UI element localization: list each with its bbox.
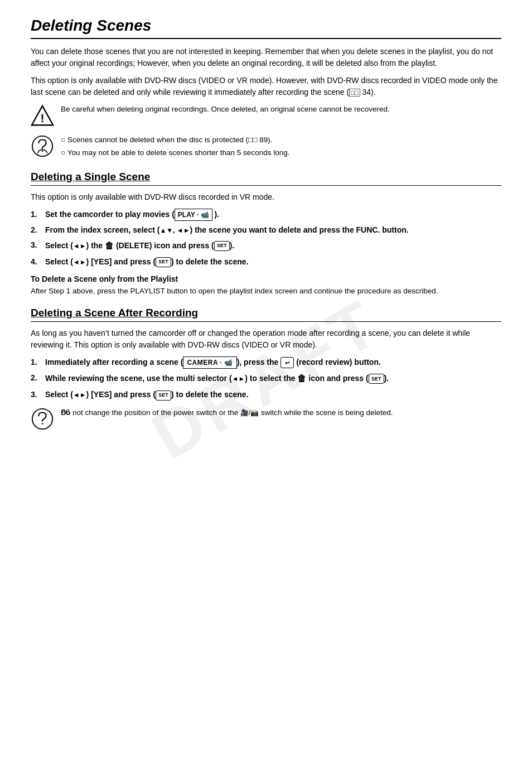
- warning-box: ! Be careful when deleting original reco…: [31, 104, 501, 129]
- record-review-button: ↩: [280, 357, 294, 368]
- step-2-2: 2. While reviewing the scene, use the mu…: [31, 372, 501, 385]
- set-button-inline: SET: [214, 241, 230, 251]
- final-note-icon: [31, 407, 54, 432]
- play-mode-badge: PLAY · 📹: [175, 209, 212, 221]
- page-number: 86: [61, 408, 70, 417]
- note-box: ○ Scenes cannot be deleted when the disc…: [31, 134, 501, 161]
- step-1-2: 2. From the index screen, select (▲▼, ◄►…: [31, 224, 501, 236]
- svg-text:!: !: [41, 112, 45, 124]
- step-1-3: 3. Select (◄►) the 🗑 (DELETE) icon and p…: [31, 239, 501, 253]
- svg-point-4: [32, 409, 52, 429]
- set-button-inline2: SET: [156, 257, 171, 267]
- intro-para1: You can delete those scenes that you are…: [31, 46, 501, 69]
- section1-rule: [31, 185, 501, 186]
- warning-text: Be careful when deleting original record…: [61, 104, 390, 115]
- svg-point-2: [32, 136, 52, 156]
- delete-icon2: 🗑: [297, 374, 306, 383]
- step-2-3: 3. Select (◄►) [YES] and press (SET) to …: [31, 389, 501, 401]
- section2-title: Deleting a Scene After Recording: [31, 307, 501, 319]
- final-note-box: Do not change the position of the power …: [31, 407, 501, 432]
- subsection-title: To Delete a Scene only from the Playlist: [31, 274, 501, 283]
- svg-point-5: [42, 423, 43, 425]
- step-1-1: 1. Set the camcorder to play movies (PLA…: [31, 209, 501, 221]
- set-button-inline3: SET: [369, 374, 384, 384]
- note-text: ○ Scenes cannot be deleted when the disc…: [61, 134, 289, 161]
- section2-steps: 1. Immediately after recording a scene (…: [31, 356, 501, 401]
- section1-intro: This option is only available with DVD-R…: [31, 191, 501, 203]
- step-1-4: 4. Select (◄►) [YES] and press (SET) to …: [31, 256, 501, 268]
- section2-intro: As long as you haven’t turned the camcor…: [31, 327, 501, 351]
- warning-icon: !: [31, 104, 54, 129]
- section1-title: Deleting a Single Scene: [31, 171, 501, 183]
- intro-para2: This option is only available with DVD-R…: [31, 75, 501, 98]
- camera-mode-badge: CAMERA · 📹: [183, 356, 236, 369]
- svg-point-3: [42, 150, 43, 152]
- page-title: Deleting Scenes: [31, 17, 501, 35]
- final-note-text: Do not change the position of the power …: [61, 407, 393, 418]
- set-button-inline4: SET: [156, 390, 171, 401]
- section2-rule: [31, 321, 501, 322]
- step-2-1: 1. Immediately after recording a scene (…: [31, 356, 501, 369]
- note-icon: [31, 134, 54, 160]
- title-divider: [31, 38, 501, 39]
- delete-icon: 🗑: [105, 241, 114, 250]
- subsection-text: After Step 1 above, press the PLAYLIST b…: [31, 286, 501, 297]
- section1-steps: 1. Set the camcorder to play movies (PLA…: [31, 209, 501, 268]
